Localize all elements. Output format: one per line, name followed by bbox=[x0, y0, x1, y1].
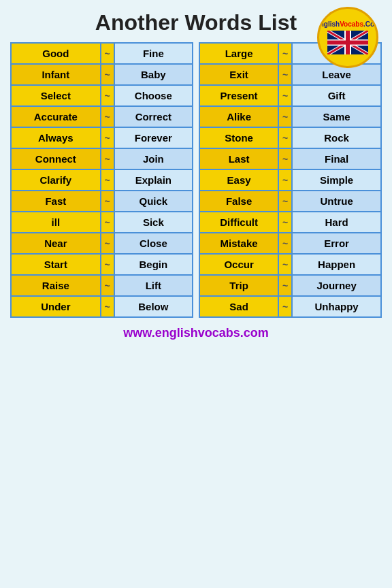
tilde-cell: ~ bbox=[101, 212, 114, 233]
word-cell: Difficult bbox=[199, 212, 278, 233]
synonym-cell: Hard bbox=[292, 212, 381, 233]
word-cell: Fast bbox=[11, 191, 101, 212]
synonym-cell: Rock bbox=[292, 127, 381, 148]
synonym-cell: Below bbox=[114, 296, 193, 317]
tilde-cell: ~ bbox=[101, 148, 114, 169]
table-row: Start ~ Begin bbox=[11, 254, 193, 275]
synonym-cell: Leave bbox=[292, 64, 381, 85]
word-cell: Accurate bbox=[11, 106, 101, 127]
synonym-cell: Close bbox=[114, 233, 193, 254]
table-row: ill ~ Sick bbox=[11, 212, 193, 233]
synonym-cell: Quick bbox=[114, 191, 193, 212]
table-row: Under ~ Below bbox=[11, 296, 193, 317]
tilde-cell: ~ bbox=[278, 275, 292, 296]
table-row: Raise ~ Lift bbox=[11, 275, 193, 296]
synonym-cell: Final bbox=[292, 148, 381, 169]
table-row: Sad ~ Unhappy bbox=[199, 296, 381, 317]
word-cell: Easy bbox=[199, 169, 278, 191]
tilde-cell: ~ bbox=[101, 127, 114, 148]
word-cell: False bbox=[199, 191, 278, 212]
synonym-cell: Journey bbox=[292, 275, 381, 296]
synonym-cell: Correct bbox=[114, 106, 193, 127]
word-cell: Good bbox=[11, 43, 101, 64]
synonym-cell: Choose bbox=[114, 85, 193, 106]
synonym-cell: Untrue bbox=[292, 191, 381, 212]
table-row: Good ~ Fine bbox=[11, 43, 193, 64]
tilde-cell: ~ bbox=[278, 148, 292, 169]
synonym-cell: Error bbox=[292, 233, 381, 254]
left-table: Good ~ Fine Infant ~ Baby Select ~ Choos… bbox=[10, 42, 193, 318]
synonym-cell: Lift bbox=[114, 275, 193, 296]
tilde-cell: ~ bbox=[278, 296, 292, 317]
tilde-cell: ~ bbox=[101, 106, 114, 127]
synonym-cell: Same bbox=[292, 106, 381, 127]
tilde-cell: ~ bbox=[101, 275, 114, 296]
tilde-cell: ~ bbox=[278, 106, 292, 127]
word-cell: Raise bbox=[11, 275, 101, 296]
synonym-cell: Explain bbox=[114, 169, 193, 191]
word-cell: Select bbox=[11, 85, 101, 106]
table-row: Alike ~ Same bbox=[199, 106, 381, 127]
tilde-cell: ~ bbox=[278, 169, 292, 191]
synonym-cell: Happen bbox=[292, 254, 381, 275]
header: Another Words List EnglishVocabs.Com bbox=[7, 7, 385, 42]
table-row: Infant ~ Baby bbox=[11, 64, 193, 85]
footer-url: www.englishvocabs.com bbox=[123, 326, 268, 340]
table-row: Mistake ~ Error bbox=[199, 233, 381, 254]
tilde-cell: ~ bbox=[101, 85, 114, 106]
word-cell: Last bbox=[199, 148, 278, 169]
word-cell: Infant bbox=[11, 64, 101, 85]
logo-text: EnglishVocabs.Com bbox=[317, 20, 378, 29]
table-row: False ~ Untrue bbox=[199, 191, 381, 212]
svg-rect-8 bbox=[346, 31, 350, 54]
tilde-cell: ~ bbox=[278, 43, 292, 64]
table-row: Easy ~ Simple bbox=[199, 169, 381, 191]
tilde-cell: ~ bbox=[278, 254, 292, 275]
word-cell: Connect bbox=[11, 148, 101, 169]
synonym-cell: Baby bbox=[114, 64, 193, 85]
tilde-cell: ~ bbox=[101, 296, 114, 317]
tilde-cell: ~ bbox=[101, 43, 114, 64]
footer: www.englishvocabs.com bbox=[123, 326, 268, 340]
word-cell: Large bbox=[199, 43, 278, 64]
synonym-cell: Join bbox=[114, 148, 193, 169]
word-cell: Always bbox=[11, 127, 101, 148]
tables-container: Good ~ Fine Infant ~ Baby Select ~ Choos… bbox=[7, 42, 385, 318]
tilde-cell: ~ bbox=[278, 191, 292, 212]
synonym-cell: Forever bbox=[114, 127, 193, 148]
table-row: Near ~ Close bbox=[11, 233, 193, 254]
synonym-cell: Simple bbox=[292, 169, 381, 191]
synonym-cell: Begin bbox=[114, 254, 193, 275]
right-table: Large ~ Big Exit ~ Leave Present ~ Gift … bbox=[199, 42, 382, 318]
word-cell: Stone bbox=[199, 127, 278, 148]
table-row: Select ~ Choose bbox=[11, 85, 193, 106]
word-cell: Clarify bbox=[11, 169, 101, 191]
word-cell: Present bbox=[199, 85, 278, 106]
word-cell: Trip bbox=[199, 275, 278, 296]
word-cell: Occur bbox=[199, 254, 278, 275]
word-cell: Start bbox=[11, 254, 101, 275]
synonym-cell: Sick bbox=[114, 212, 193, 233]
tilde-cell: ~ bbox=[278, 233, 292, 254]
word-cell: Sad bbox=[199, 296, 278, 317]
table-row: Stone ~ Rock bbox=[199, 127, 381, 148]
word-cell: Mistake bbox=[199, 233, 278, 254]
tilde-cell: ~ bbox=[278, 212, 292, 233]
table-row: Clarify ~ Explain bbox=[11, 169, 193, 191]
table-row: Difficult ~ Hard bbox=[199, 212, 381, 233]
table-row: Present ~ Gift bbox=[199, 85, 381, 106]
word-cell: Near bbox=[11, 233, 101, 254]
table-row: Occur ~ Happen bbox=[199, 254, 381, 275]
tilde-cell: ~ bbox=[278, 64, 292, 85]
word-cell: ill bbox=[11, 212, 101, 233]
word-cell: Under bbox=[11, 296, 101, 317]
table-row: Always ~ Forever bbox=[11, 127, 193, 148]
synonym-cell: Unhappy bbox=[292, 296, 381, 317]
logo: EnglishVocabs.Com bbox=[317, 7, 378, 68]
tilde-cell: ~ bbox=[278, 85, 292, 106]
tilde-cell: ~ bbox=[101, 191, 114, 212]
tilde-cell: ~ bbox=[101, 169, 114, 191]
table-row: Accurate ~ Correct bbox=[11, 106, 193, 127]
table-row: Last ~ Final bbox=[199, 148, 381, 169]
tilde-cell: ~ bbox=[101, 233, 114, 254]
